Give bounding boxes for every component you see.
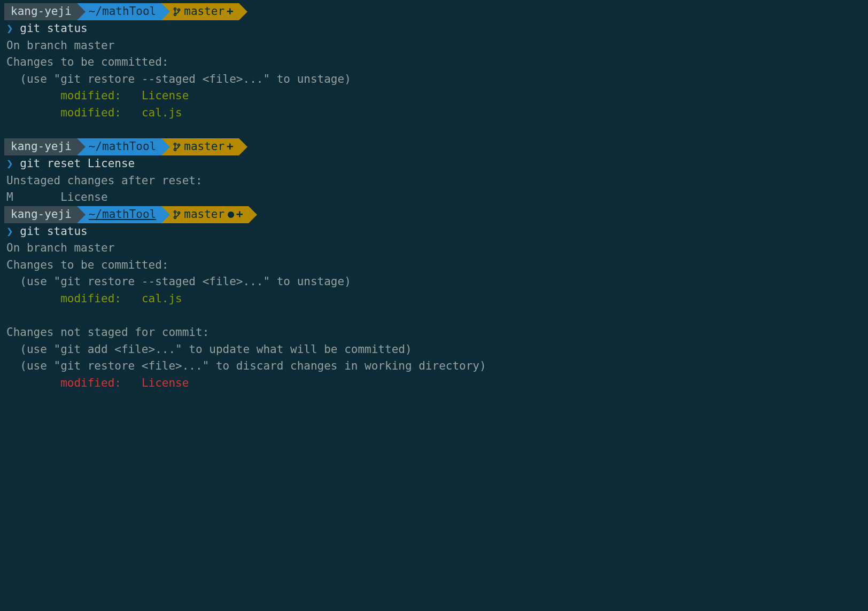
prompt-user: kang-yeji [11,206,72,223]
command-text: git status [20,22,87,35]
prompt-path: ~/mathTool [89,3,156,20]
svg-point-1 [174,13,176,15]
shell-prompt: kang-yeji ~/mathTool master + [4,206,868,223]
shell-prompt: kang-yeji ~/mathTool master + [4,138,868,155]
prompt-user: kang-yeji [11,3,72,20]
prompt-user-segment: kang-yeji [4,3,77,20]
staged-file: License [142,89,189,102]
chevron-icon: ❯ [6,22,13,35]
output-line: (use "git restore --staged <file>..." to… [0,273,868,291]
shell-prompt: kang-yeji ~/mathTool master + [4,3,868,20]
git-status-indicator: + [224,206,243,223]
command-text: git reset License [20,157,135,170]
output-line: (use "git restore --staged <file>..." to… [0,71,868,88]
prompt-branch-segment: master + [161,206,249,223]
command-line[interactable]: ❯ git status [0,20,868,37]
output-line: On branch master [0,240,868,257]
output-line: Changes to be committed: [0,257,868,274]
git-branch-icon [173,7,181,17]
staged-file-line: modified: cal.js [0,291,868,308]
prompt-path-segment: ~/mathTool [77,3,161,20]
git-branch-icon [173,142,181,152]
prompt-branch: master [184,206,224,223]
svg-point-0 [174,8,176,10]
command-line[interactable]: ❯ git reset License [0,155,868,173]
prompt-path-segment: ~/mathTool [77,206,161,223]
svg-point-2 [178,9,180,11]
output-line: Changes not staged for commit: [0,324,868,341]
git-branch-icon [173,210,181,220]
output-line: On branch master [0,37,868,54]
git-status-indicator: + [227,138,234,155]
staged-file-line: modified: License [0,88,868,105]
svg-point-7 [174,216,176,218]
output-line: (use "git restore <file>..." to discard … [0,358,868,375]
prompt-branch: master [184,138,224,155]
output-line: (use "git add <file>..." to update what … [0,341,868,358]
output-line: Changes to be committed: [0,54,868,71]
prompt-user-segment: kang-yeji [4,206,77,223]
svg-point-5 [178,144,180,146]
output-line: Unstaged changes after reset: [0,173,868,190]
svg-point-6 [174,210,176,213]
prompt-path: ~/mathTool [89,138,156,155]
prompt-path-segment: ~/mathTool [77,138,161,155]
svg-point-4 [174,148,176,151]
staged-file: cal.js [142,106,182,119]
unstaged-file: License [142,377,189,389]
command-text: git status [20,225,87,238]
prompt-branch-segment: master + [161,3,239,20]
staged-file-line: modified: cal.js [0,105,868,122]
chevron-icon: ❯ [6,225,13,238]
svg-point-3 [174,143,176,145]
prompt-branch-segment: master + [161,138,239,155]
prompt-path: ~/mathTool [89,206,156,223]
prompt-user: kang-yeji [11,138,72,155]
unstaged-file-line: modified: License [0,375,868,392]
chevron-icon: ❯ [6,157,13,170]
prompt-user-segment: kang-yeji [4,138,77,155]
output-line: M License [0,189,868,206]
command-line[interactable]: ❯ git status [0,223,868,240]
git-status-indicator: + [227,3,234,20]
prompt-branch: master [184,3,224,20]
staged-file: cal.js [142,292,182,305]
blank-line [0,121,868,138]
blank-line [0,307,868,324]
svg-point-8 [178,212,180,214]
